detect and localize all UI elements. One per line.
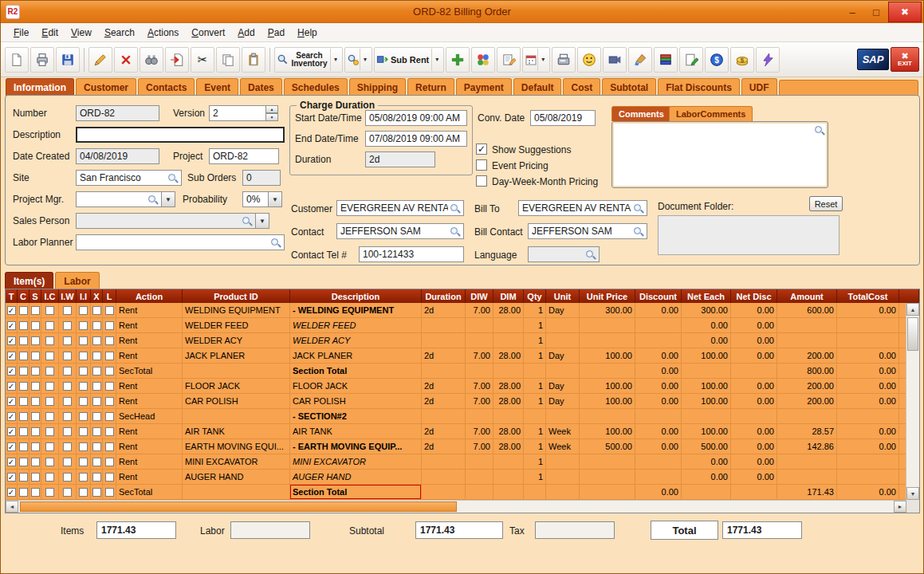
row-checkbox-x[interactable] (92, 427, 101, 436)
cell-net-each[interactable]: 300.00 (682, 303, 731, 317)
row-checkbox-i-i[interactable] (79, 397, 88, 406)
cell-duration[interactable] (422, 485, 466, 499)
row-checkbox-i-w[interactable] (63, 488, 72, 497)
row-checkbox-i-i[interactable] (79, 427, 88, 436)
tab-schedules[interactable]: Schedules (284, 78, 348, 96)
row-checkbox-l[interactable] (105, 336, 114, 345)
row-checkbox-c[interactable] (19, 427, 28, 436)
cell-net-disc[interactable]: 0.00 (731, 454, 777, 469)
cell-total-cost[interactable] (837, 318, 899, 332)
day-week-month-pricing-checkbox[interactable] (476, 175, 487, 187)
cell-net-disc[interactable]: 0.00 (731, 303, 777, 317)
tax-field[interactable] (535, 521, 615, 539)
sales-person-dropdown[interactable]: ▼ (256, 213, 269, 229)
row-checkbox-c[interactable] (19, 488, 28, 497)
cell-duration[interactable]: 2d (422, 439, 466, 454)
search-icon[interactable] (167, 173, 178, 183)
cell-unit[interactable] (546, 333, 580, 348)
cell-qty[interactable]: 1 (524, 318, 546, 332)
row-checkbox-t[interactable]: ✓ (7, 382, 16, 391)
cell-total-cost[interactable]: 0.00 (837, 394, 899, 408)
copy-button[interactable] (216, 47, 240, 73)
number-field[interactable]: ORD-82 (76, 105, 159, 121)
cell-net-disc[interactable] (731, 485, 777, 499)
cell-unit[interactable] (546, 364, 580, 378)
tab-dates[interactable]: Dates (240, 78, 282, 96)
menu-actions[interactable]: Actions (141, 25, 185, 41)
tab-flat-discounts[interactable]: Flat Discounts (658, 78, 740, 96)
cell-discount[interactable] (635, 454, 682, 469)
cell-net-each[interactable] (682, 485, 731, 499)
row-checkbox-x[interactable] (92, 458, 101, 466)
row-checkbox-l[interactable] (105, 412, 114, 421)
cell-net-each[interactable]: 100.00 (682, 379, 731, 393)
row-checkbox-t[interactable]: ✓ (7, 336, 16, 345)
row-checkbox-l[interactable] (105, 458, 114, 466)
cell-description[interactable]: - EARTH MOVING EQUIP... (290, 439, 422, 454)
cell-discount[interactable]: 0.00 (635, 364, 682, 378)
row-checkbox-x[interactable] (92, 488, 101, 497)
tab-return[interactable]: Return (407, 78, 454, 96)
cell-duration[interactable] (422, 454, 466, 469)
tab-event[interactable]: Event (196, 78, 238, 96)
cell-discount[interactable]: 0.00 (635, 303, 682, 317)
table-row[interactable]: ✓RentJACK PLANERJACK PLANER2d7.0028.001D… (6, 348, 919, 364)
bill-to-field[interactable]: EVERGREEN AV RENTAL (518, 200, 647, 216)
search-icon[interactable] (633, 226, 643, 237)
menu-add[interactable]: Add (231, 25, 261, 41)
cell-discount[interactable]: 0.00 (635, 348, 682, 363)
row-checkbox-t[interactable]: ✓ (7, 306, 16, 315)
cell-total-cost[interactable] (837, 454, 899, 469)
column-header-dim[interactable]: DIM (493, 289, 524, 303)
table-row[interactable]: ✓SecTotalSection Total0.00800.000.00 (6, 364, 919, 379)
contact-field[interactable]: JEFFERSON SAM (336, 223, 464, 239)
cell-dim[interactable]: 28.00 (493, 439, 524, 454)
paint-button[interactable] (628, 47, 652, 73)
row-checkbox-i-i[interactable] (79, 352, 88, 360)
cell-action[interactable]: Rent (116, 439, 183, 454)
customer-field[interactable]: EVERGREEN AV RENTAL (336, 200, 464, 216)
cell-diw[interactable]: 7.00 (466, 379, 493, 393)
column-header-x[interactable]: X (91, 289, 103, 303)
cell-unit-price[interactable] (580, 409, 635, 423)
tab-subtotal[interactable]: Subtotal (602, 78, 656, 96)
row-checkbox-c[interactable] (19, 352, 28, 360)
notes-button[interactable] (497, 47, 521, 73)
subtotal-field[interactable]: 1771.43 (415, 521, 503, 539)
cell-diw[interactable]: 7.00 (466, 348, 493, 363)
cell-qty[interactable] (524, 364, 546, 378)
row-checkbox-x[interactable] (92, 397, 101, 406)
spin-up-button[interactable]: ▲ (266, 105, 278, 113)
cell-net-disc[interactable]: 0.00 (731, 333, 777, 348)
row-checkbox-i-w[interactable] (63, 473, 72, 482)
cell-unit-price[interactable]: 100.00 (580, 348, 635, 363)
row-checkbox-x[interactable] (92, 382, 101, 391)
new-order-button[interactable] (5, 47, 29, 73)
cell-total-cost[interactable] (837, 409, 899, 423)
row-checkbox-x[interactable] (92, 412, 101, 421)
row-checkbox-t[interactable]: ✓ (7, 352, 16, 360)
rates-button[interactable]: $ (730, 47, 754, 73)
row-checkbox-l[interactable] (105, 306, 114, 315)
search-rates-button[interactable]: ▾ (344, 47, 372, 73)
row-checkbox-s[interactable] (31, 488, 40, 497)
cell-diw[interactable] (466, 409, 493, 423)
row-checkbox-s[interactable] (31, 306, 40, 315)
cell-description[interactable]: Section Total (290, 364, 422, 378)
column-header-i-i[interactable]: I.I (77, 289, 91, 303)
cell-amount[interactable]: 200.00 (777, 394, 837, 408)
cell-product-id[interactable]: WELDER FEED (183, 318, 290, 332)
cell-product-id[interactable]: AUGER HAND (183, 470, 290, 484)
cell-unit[interactable]: Week (546, 424, 580, 438)
tab-cost[interactable]: Cost (563, 78, 600, 96)
cell-net-disc[interactable]: 0.00 (731, 424, 777, 438)
vertical-scrollbar[interactable]: ▲ ▼ (906, 303, 919, 500)
tab-labor[interactable]: Labor (55, 272, 99, 289)
cell-product-id[interactable]: WELDER ACY (183, 333, 290, 348)
cell-action[interactable]: Rent (116, 333, 183, 348)
cell-diw[interactable] (466, 470, 493, 484)
cell-total-cost[interactable]: 0.00 (837, 303, 899, 317)
row-checkbox-i-i[interactable] (79, 412, 88, 421)
row-checkbox-i-i[interactable] (79, 442, 88, 451)
tab-udf[interactable]: UDF (741, 78, 777, 96)
